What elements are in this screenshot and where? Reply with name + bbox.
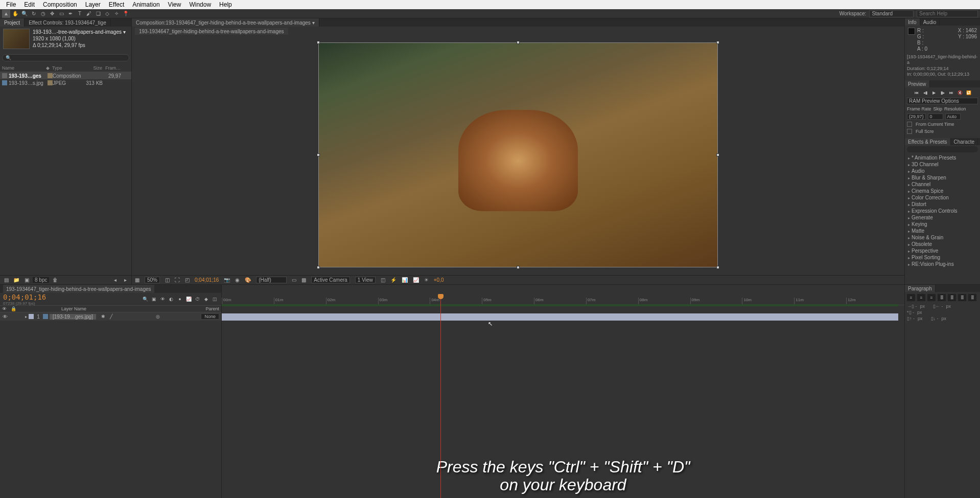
indent-right[interactable]: px [946,304,951,309]
visibility-toggle-icon[interactable]: 👁 [2,314,8,320]
effect-category[interactable]: RE:Vision Plug-ins [905,261,980,267]
roi-icon[interactable]: ▭ [292,277,296,283]
new-comp-icon[interactable]: ▣ [22,276,31,284]
effects-search-input[interactable] [907,146,978,152]
av-icon[interactable]: 👁 [2,306,7,311]
col-framerate[interactable]: Fram… [102,65,121,71]
timeline-track-area[interactable]: 00m 01m 02m 03m 04m 05m 06m 07m 08m 09m … [222,285,904,498]
parent-header[interactable]: Parent [205,306,219,311]
menu-composition[interactable]: Composition [39,1,81,8]
transform-handle[interactable] [716,266,719,269]
effect-category[interactable]: Keying [905,221,980,228]
transform-handle[interactable] [517,266,520,269]
effect-category[interactable]: Cinema Spice [905,188,980,194]
rectangle-tool-icon[interactable]: ▭ [57,10,65,18]
collapse-switch-icon[interactable]: ╱ [108,313,115,320]
lock-icon[interactable]: 🔒 [11,306,16,311]
transform-handle[interactable] [716,41,719,44]
brush-tool-icon[interactable]: 🖌 [85,10,93,18]
layer-duration-bar[interactable] [222,313,898,321]
tab-character[interactable]: Characte [951,138,978,145]
project-item-comp[interactable]: 193-193…ges Composition 29,97 [0,72,131,79]
col-size[interactable]: Size [81,65,102,71]
align-center-icon[interactable]: ≡ [917,294,925,301]
menu-effect[interactable]: Effect [105,1,128,8]
ram-preview-options[interactable]: RAM Preview Options [907,98,978,104]
graph-editor-icon[interactable]: 📈 [185,296,192,303]
last-frame-icon[interactable]: ⏭ [948,89,954,96]
new-folder-icon[interactable]: 📁 [12,276,20,284]
color-icon[interactable]: 🎨 [245,277,251,283]
bit-depth[interactable]: 8 bpc [33,277,49,283]
pixel-aspect-icon[interactable]: ◫ [381,277,385,283]
prev-frame-icon[interactable]: ◂▮ [922,89,928,96]
shy-switch-icon[interactable]: ✱ [100,313,107,320]
transform-handle[interactable] [517,41,520,44]
loop-icon[interactable]: 🔁 [966,89,972,96]
channel-icon[interactable]: ◉ [235,277,240,283]
selected-comp-name[interactable]: 193-193…-tree-wallpapers-and-images ▾ [33,29,126,35]
tab-audio[interactable]: Audio [920,18,940,26]
layer-switches[interactable]: ✱ ╱ [100,313,115,320]
snapshot-icon[interactable]: 📷 [224,277,230,283]
project-item-jpeg[interactable]: 193-193…s.jpg JPEG 313 KB [0,79,131,86]
twirl-icon[interactable]: ▸ [25,314,27,319]
draft-3d-icon[interactable]: ◫ [211,296,218,303]
effect-category[interactable]: Blur & Sharpen [905,174,980,181]
layer-name[interactable]: [193-19…ges.jpg] [50,314,96,320]
effect-category[interactable]: Generate [905,214,980,221]
frame-blend-icon[interactable]: ◐ [168,296,175,303]
layer-row[interactable]: 👁 ▸ 1 [193-19…ges.jpg] ✱ ╱ ◎ None [0,312,221,321]
align-right-icon[interactable]: ≡ [927,294,936,301]
menu-window[interactable]: Window [185,1,215,8]
comp-mini-icon[interactable]: ▣ [150,296,157,303]
transparency-icon[interactable]: ▩ [301,277,306,283]
scroll-left-icon[interactable]: ◂ [111,276,119,284]
reset-exposure-icon[interactable]: ☀ [424,277,429,283]
from-current-checkbox[interactable] [907,122,912,127]
roto-tool-icon[interactable]: ✧ [112,10,121,18]
aspect-icon[interactable]: ⛶ [175,277,180,283]
effect-category[interactable]: Audio [905,168,980,174]
col-label-icon[interactable]: ◆ [46,65,52,71]
effect-category[interactable]: Pixel Sorting [905,254,980,261]
space-before[interactable]: px [918,316,923,321]
workspace-select[interactable]: Standard [869,10,914,17]
composition-viewer[interactable] [132,35,904,275]
transform-handle[interactable] [317,153,320,156]
timeline-tab[interactable]: 193-1934647_tiger-hiding-behind-a-tree-w… [3,285,154,293]
canvas-preview[interactable] [318,42,718,267]
effect-category[interactable]: Matte [905,228,980,234]
transform-handle[interactable] [317,266,320,269]
first-frame-icon[interactable]: ⏮ [914,89,920,96]
effect-category[interactable]: Perspective [905,247,980,254]
space-after[interactable]: px [942,316,947,321]
pen-tool-icon[interactable]: ✒ [66,10,75,18]
composition-tab[interactable]: Composition: 193-1934647_tiger-hiding-be… [132,18,319,27]
grid-icon[interactable]: ▦ [135,277,139,283]
justify-left-icon[interactable]: ≣ [938,294,946,301]
indent-left[interactable]: px [920,304,925,309]
tab-effect-controls[interactable]: Effect Controls: 193-1934647_tige [25,18,111,27]
effect-category[interactable]: Expression Controls [905,208,980,214]
composition-subtab[interactable]: 193-1934647_tiger-hiding-behind-a-tree-w… [135,28,288,35]
auto-keyframe-icon[interactable]: ◆ [202,296,209,303]
next-frame-icon[interactable]: ▮▸ [940,89,946,96]
justify-center-icon[interactable]: ≣ [948,294,956,301]
fast-preview-icon[interactable]: ⚡ [390,277,396,283]
menu-help[interactable]: Help [215,1,236,8]
shy-icon[interactable]: 👁 [159,296,166,303]
transform-handle[interactable] [716,153,719,156]
view-layout-select[interactable]: 1 View [355,277,376,283]
type-tool-icon[interactable]: T [76,10,84,18]
justify-right-icon[interactable]: ≣ [958,294,966,301]
menu-layer[interactable]: Layer [81,1,105,8]
col-name[interactable]: Name [2,65,46,71]
rotation-tool-icon[interactable]: ↻ [30,10,38,18]
mask-icon[interactable]: ◰ [185,277,190,283]
scroll-right-icon[interactable]: ▸ [121,276,129,284]
time-ruler[interactable]: 00m 01m 02m 03m 04m 05m 06m 07m 08m 09m … [222,285,904,305]
puppet-tool-icon[interactable]: 📍 [122,10,130,18]
effect-category[interactable]: Distort [905,201,980,208]
eraser-tool-icon[interactable]: ◇ [103,10,111,18]
